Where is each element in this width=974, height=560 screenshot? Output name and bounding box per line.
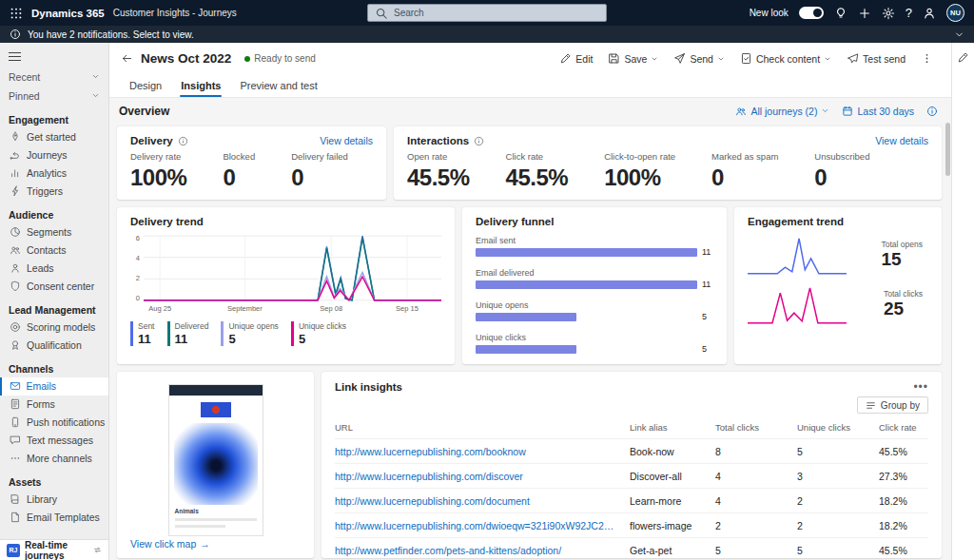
- vertical-scrollbar[interactable]: [945, 123, 950, 176]
- user-avatar[interactable]: NU: [946, 4, 964, 22]
- more-commands-button[interactable]: [914, 49, 940, 68]
- sidebar-section-engagement: Engagement: [0, 106, 108, 128]
- sidebar-item-analytics[interactable]: Analytics: [0, 164, 108, 183]
- edit-panel-icon[interactable]: [957, 51, 969, 64]
- sidebar-item-push-notifications[interactable]: Push notifications: [0, 414, 108, 432]
- delivery-funnel-card: Delivery funnel Email sent 11 Email deli…: [462, 207, 727, 364]
- interactions-card-title: Interactions: [407, 135, 469, 146]
- sidebar-item-consent-center[interactable]: Consent center: [0, 278, 108, 296]
- chevron-down-icon[interactable]: [954, 29, 964, 40]
- metric-delivery-failed: Delivery failed 0: [291, 151, 348, 191]
- sidebar-section-lead-management: Lead Management: [0, 296, 108, 319]
- settings-gear-icon[interactable]: [882, 7, 895, 20]
- form-icon: [10, 398, 21, 410]
- date-range-filter[interactable]: Last 30 days: [842, 106, 914, 117]
- delivery-trend-card: Delivery trend 6 4 2 0: [117, 207, 455, 364]
- search-input[interactable]: [394, 8, 599, 18]
- area-label: Real-time journeys: [25, 540, 88, 560]
- table-row[interactable]: http://www.lucernepublishing.com/documen…: [335, 488, 928, 512]
- lightbulb-icon[interactable]: [834, 7, 847, 20]
- funnel-bar: [476, 313, 576, 321]
- area-switcher[interactable]: RJ Real-time journeys: [0, 539, 108, 560]
- app-title[interactable]: Dynamics 365: [31, 8, 105, 19]
- tab-design[interactable]: Design: [121, 76, 170, 97]
- global-search[interactable]: [367, 4, 607, 22]
- sidebar-section-audience: Audience: [0, 201, 108, 223]
- test-send-button[interactable]: Test send: [840, 49, 912, 68]
- sidebar-item-email-templates[interactable]: Email Templates: [0, 509, 108, 527]
- engagement-trend-title: Engagement trend: [748, 216, 844, 227]
- app-launcher-icon[interactable]: [10, 7, 23, 20]
- sidebar-item-triggers[interactable]: Triggers: [0, 183, 108, 201]
- journeys-filter-dropdown[interactable]: All journeys (2): [735, 106, 829, 117]
- tab-preview-and-test[interactable]: Preview and test: [231, 76, 325, 97]
- sidebar-item-leads[interactable]: Leads: [0, 260, 108, 278]
- url-link[interactable]: http://www.petfinder.com/pets-and-kitten…: [335, 545, 618, 556]
- interactions-view-details-link[interactable]: View details: [875, 135, 928, 146]
- sidebar-pinned[interactable]: Pinned: [0, 87, 108, 106]
- status-badge: Ready to send: [244, 53, 316, 64]
- phone-icon: [10, 416, 21, 428]
- email-thumbnail[interactable]: Animals: [168, 384, 263, 536]
- funnel-bar: [476, 248, 697, 257]
- send-button[interactable]: Send: [667, 49, 731, 68]
- sidebar-item-forms[interactable]: Forms: [0, 396, 108, 414]
- sidebar-recent[interactable]: Recent: [0, 68, 108, 87]
- save-button[interactable]: Save: [601, 49, 665, 68]
- sidebar-item-contacts[interactable]: Contacts: [0, 241, 108, 260]
- metric-unsubscribed: Unsubscribed 0: [814, 151, 869, 191]
- funnel-bar: [476, 345, 576, 354]
- chevron-down-icon: [821, 106, 829, 115]
- sidebar-item-text-messages[interactable]: Text messages: [0, 432, 108, 450]
- delivery-funnel-title: Delivery funnel: [476, 216, 554, 227]
- app-context-title: Customer Insights - Journeys: [113, 8, 237, 18]
- info-icon[interactable]: [178, 136, 188, 146]
- funnel-row-email-delivered: Email delivered 11: [476, 268, 713, 289]
- url-link[interactable]: http://www.lucernepublishing.com/dwioeqw…: [335, 520, 618, 531]
- chevron-down-icon: [91, 72, 100, 81]
- table-row[interactable]: http://www.lucernepublishing.com/discove…: [335, 463, 928, 488]
- add-icon[interactable]: [858, 7, 871, 20]
- url-link[interactable]: http://www.lucernepublishing.com/discove…: [335, 471, 618, 482]
- sidebar-item-more-channels[interactable]: More channels: [0, 450, 108, 468]
- info-icon[interactable]: [474, 136, 484, 146]
- sidebar-item-qualification[interactable]: Qualification: [0, 337, 108, 355]
- info-icon[interactable]: [926, 106, 938, 117]
- right-side-rail: [951, 43, 974, 560]
- journey-path-icon: [10, 149, 21, 161]
- table-row[interactable]: http://www.petfinder.com/pets-and-kitten…: [335, 537, 928, 558]
- edit-button[interactable]: Edit: [553, 49, 599, 68]
- sidebar-item-segments[interactable]: Segments: [0, 223, 108, 241]
- url-link[interactable]: http://www.lucernepublishing.com/documen…: [335, 495, 618, 507]
- table-row[interactable]: http://www.lucernepublishing.com/booknow…: [335, 438, 928, 463]
- delivery-trend-title: Delivery trend: [130, 216, 204, 227]
- arrow-right-icon: →: [200, 538, 210, 550]
- pencil-icon: [559, 52, 572, 65]
- check-content-button[interactable]: Check content: [733, 49, 838, 68]
- url-link[interactable]: http://www.lucernepublishing.com/booknow: [335, 446, 618, 457]
- table-row[interactable]: http://www.lucernepublishing.com/dwioeqw…: [335, 512, 928, 537]
- sidebar-item-journeys[interactable]: Journeys: [0, 146, 108, 164]
- group-by-button[interactable]: Group by: [857, 396, 928, 414]
- view-click-map-link[interactable]: View click map →: [130, 538, 210, 550]
- delivery-trend-chart: 6 4 2 0: [130, 234, 441, 302]
- more-options-icon[interactable]: •••: [913, 380, 928, 394]
- person-icon[interactable]: [923, 7, 936, 20]
- tab-insights[interactable]: Insights: [172, 76, 229, 97]
- sidebar-item-get-started[interactable]: Get started: [0, 128, 108, 146]
- sidebar-item-emails[interactable]: Emails: [0, 377, 108, 396]
- notification-bar[interactable]: You have 2 notifications. Select to view…: [0, 26, 974, 43]
- trend-legend: Sent 11 Delivered 11 Unique opens 5 Un: [130, 321, 441, 346]
- delivery-trend-svg: [144, 234, 441, 302]
- help-icon[interactable]: ?: [906, 7, 912, 19]
- hamburger-menu-icon[interactable]: [9, 52, 21, 61]
- back-arrow-icon[interactable]: [121, 52, 133, 65]
- new-look-label: New look: [750, 8, 789, 18]
- new-look-toggle[interactable]: [799, 7, 824, 19]
- email-small-image: [201, 402, 231, 417]
- sidebar-item-scoring-models[interactable]: Scoring models: [0, 319, 108, 337]
- calendar-icon: [842, 106, 853, 117]
- total-opens-sparkline: Total opens 15: [748, 235, 928, 275]
- delivery-view-details-link[interactable]: View details: [320, 135, 373, 146]
- sidebar-item-library[interactable]: Library: [0, 491, 108, 509]
